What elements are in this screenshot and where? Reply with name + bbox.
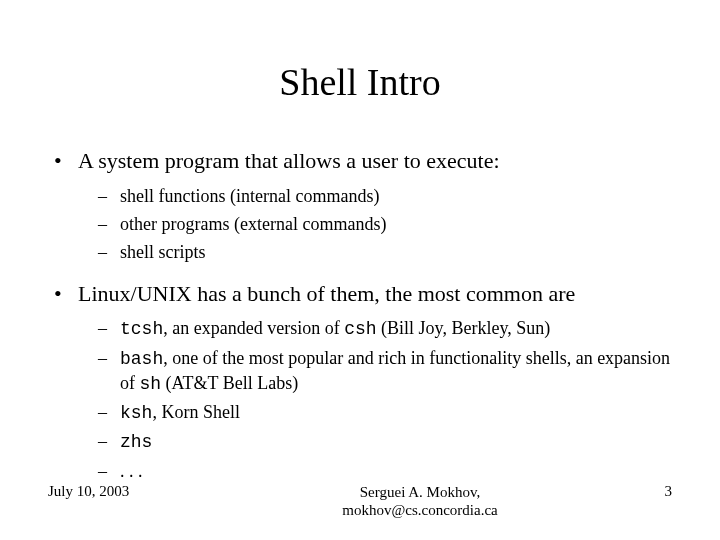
code-text: ksh <box>120 403 152 423</box>
bullet-list: A system program that allows a user to e… <box>48 146 672 483</box>
code-text: csh <box>344 319 376 339</box>
sub-text: (AT&T Bell Labs) <box>161 373 298 393</box>
sub-item: other programs (external commands) <box>78 212 672 236</box>
sub-list: shell functions (internal commands) othe… <box>78 184 672 265</box>
sub-item: shell scripts <box>78 240 672 264</box>
footer-page-number: 3 <box>612 483 672 500</box>
sub-text: shell scripts <box>120 242 206 262</box>
footer-author-line: mokhov@cs.concordia.ca <box>342 502 497 518</box>
bullet-item: A system program that allows a user to e… <box>48 146 672 265</box>
sub-text: shell functions (internal commands) <box>120 186 379 206</box>
sub-text: . . . <box>120 461 143 481</box>
slide-footer: July 10, 2003 Serguei A. Mokhov, mokhov@… <box>0 483 720 521</box>
bullet-text: Linux/UNIX has a bunch of them, the most… <box>78 281 575 306</box>
footer-author: Serguei A. Mokhov, mokhov@cs.concordia.c… <box>228 483 612 521</box>
sub-text: other programs (external commands) <box>120 214 386 234</box>
sub-item: ksh, Korn Shell <box>78 400 672 425</box>
code-text: tcsh <box>120 319 163 339</box>
footer-author-line: Serguei A. Mokhov, <box>360 484 480 500</box>
code-text: zhs <box>120 432 152 452</box>
sub-text: , an expanded version of <box>163 318 344 338</box>
sub-item: shell functions (internal commands) <box>78 184 672 208</box>
code-text: sh <box>140 374 162 394</box>
code-text: bash <box>120 349 163 369</box>
sub-item: bash, one of the most popular and rich i… <box>78 346 672 397</box>
bullet-item: Linux/UNIX has a bunch of them, the most… <box>48 279 672 483</box>
slide-title: Shell Intro <box>48 60 672 104</box>
footer-date: July 10, 2003 <box>48 483 228 500</box>
sub-list: tcsh, an expanded version of csh (Bill J… <box>78 316 672 483</box>
sub-item: zhs <box>78 429 672 454</box>
sub-text: , Korn Shell <box>152 402 240 422</box>
sub-item: . . . <box>78 459 672 483</box>
sub-text: (Bill Joy, Berkley, Sun) <box>377 318 551 338</box>
sub-item: tcsh, an expanded version of csh (Bill J… <box>78 316 672 341</box>
slide: Shell Intro A system program that allows… <box>0 0 720 540</box>
bullet-text: A system program that allows a user to e… <box>78 148 500 173</box>
